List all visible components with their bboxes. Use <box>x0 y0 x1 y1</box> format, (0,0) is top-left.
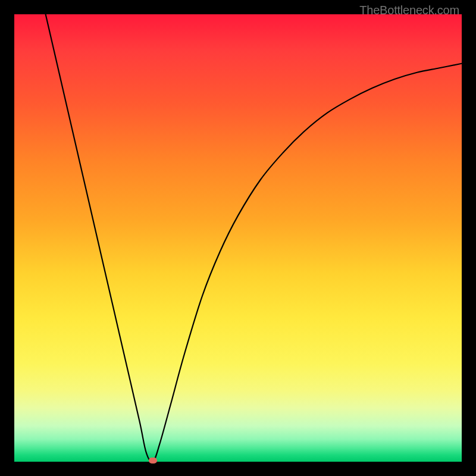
plot-area <box>14 14 462 462</box>
optimal-marker <box>149 458 157 464</box>
bottleneck-curve <box>14 14 462 462</box>
watermark-text: TheBottleneck.com <box>359 4 459 17</box>
